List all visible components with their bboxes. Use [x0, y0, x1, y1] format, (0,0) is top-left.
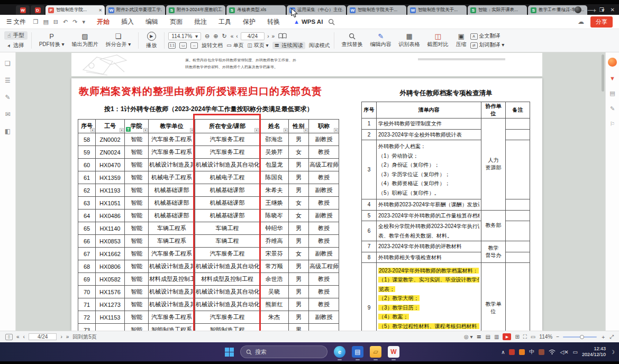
ribbon-tab-保护[interactable]: 保护	[243, 17, 256, 26]
share-button[interactable]: 分享	[590, 16, 613, 28]
rotate-icon[interactable]: ↻	[222, 33, 227, 40]
wifi-icon[interactable]	[549, 349, 556, 355]
zoom-minus-icon[interactable]: −	[556, 334, 559, 340]
read-mode-icon[interactable]	[278, 33, 287, 39]
column-header-姓名[interactable]: 姓名▾	[260, 120, 289, 133]
close-button[interactable]: ✕	[611, 7, 615, 13]
tab-close-icon[interactable]: ✕	[98, 8, 102, 13]
double-page-button[interactable]: ◫ 双页 ▾	[248, 42, 269, 49]
column-header-所在专业/课部[interactable]: 所在专业/课部▾	[195, 120, 260, 133]
single-page-button[interactable]: ▭ 单页	[226, 42, 243, 49]
continuous-read-button[interactable]: 〓 连续阅读	[272, 42, 305, 49]
tray-expand-icon[interactable]: ∧	[501, 349, 505, 355]
filter-dropdown-icon[interactable]: ▾	[90, 128, 95, 132]
left-rail-icon[interactable]: ✉	[5, 111, 10, 118]
redo-icon[interactable]: ↷	[72, 19, 77, 25]
right-rail-icon[interactable]: ⚐	[610, 121, 615, 128]
tray-app-icon-red[interactable]	[509, 349, 515, 355]
pinned-tab[interactable]: W	[16, 5, 30, 15]
page-thumbnail-icon[interactable]: ▯	[5, 334, 13, 340]
layout-icon[interactable]: ❒	[551, 7, 556, 13]
assistant-robot-icon[interactable]	[608, 58, 617, 67]
document-tab[interactable]: W智能制造学院关于...	[407, 5, 467, 15]
right-rail-icon[interactable]: ▼	[609, 75, 615, 81]
wps-office-icon[interactable]: W	[388, 346, 399, 358]
status-prev-page-icon[interactable]: ‹	[23, 334, 25, 340]
filter-dropdown-icon[interactable]: ▾	[143, 128, 148, 132]
play-button[interactable]: ▶播放	[142, 31, 160, 50]
user-avatar[interactable]	[575, 6, 581, 13]
status-next-page-icon[interactable]: ›	[60, 334, 62, 340]
filter-dropdown-icon[interactable]: ▾	[284, 128, 288, 132]
document-tab[interactable]: S考核表类型.xls	[226, 5, 286, 15]
filter-dropdown-icon[interactable]: ▾	[334, 128, 338, 132]
prev-page-icon[interactable]: ‹	[236, 33, 238, 39]
ribbon-tab-页面[interactable]: 页面	[170, 17, 183, 26]
select-tool-button[interactable]: ➤选择	[4, 41, 28, 50]
last-page-icon[interactable]: »	[271, 33, 275, 39]
undo-icon[interactable]: ↶	[63, 19, 68, 25]
ribbon-tab-开始[interactable]: 开始	[97, 17, 110, 26]
save-icon[interactable]: ▤	[43, 19, 48, 25]
hand-tool-button[interactable]: ☝手型	[4, 31, 28, 40]
actual-size-icon[interactable]: 1:1	[168, 42, 176, 49]
right-rail-icon[interactable]: ✎	[610, 105, 615, 112]
fit-screen-icon[interactable]: ⛶	[523, 334, 527, 340]
status-last-page-icon[interactable]: »	[66, 334, 69, 340]
customize-dropdown-icon[interactable]: ▾	[82, 19, 85, 25]
view-options-icon[interactable]: ◎ ▾	[464, 334, 473, 340]
zoom-out-icon[interactable]: ⊖	[205, 33, 210, 40]
ribbon-tab-转换[interactable]: 转换	[267, 17, 280, 26]
start-button[interactable]	[225, 348, 234, 357]
column-header-性别[interactable]: 性别▾	[289, 120, 309, 133]
print-icon[interactable]: ⊟	[53, 19, 58, 25]
status-page-indicator[interactable]: 4/24	[29, 333, 57, 340]
file-explorer-icon[interactable]: ▱	[370, 346, 381, 358]
cloud-upload-icon[interactable]: ☁	[578, 18, 584, 25]
tray-app-icon-orange[interactable]	[519, 349, 525, 355]
compress-button[interactable]: ▣压缩	[452, 31, 470, 50]
tray-app-icon-brown[interactable]	[539, 349, 544, 355]
rotate-doc-button[interactable]: 旋转文档	[202, 42, 223, 49]
autoplay-icon[interactable]: ▶	[503, 333, 511, 340]
back-to-page-button[interactable]: 回到第5页	[72, 333, 97, 341]
left-rail-icon[interactable]: ✎	[5, 94, 10, 101]
document-tab[interactable]: S智能：实际开课表...	[468, 5, 527, 15]
left-rail-icon[interactable]: ☰	[5, 77, 11, 84]
split-merge-button[interactable]: ❏拆分合并 ▾	[102, 31, 135, 50]
first-page-icon[interactable]: «	[231, 33, 234, 39]
document-tab[interactable]: W附件2-武汉华夏理工学...	[106, 5, 165, 15]
zoom-level-select[interactable]: 114.17%▾	[168, 32, 201, 40]
column-header-职称[interactable]: 职称▾	[309, 120, 339, 133]
double-page-view-icon[interactable]: ▥	[494, 334, 499, 340]
ribbon-tab-编辑[interactable]: 编辑	[145, 17, 158, 26]
minimize-button[interactable]: —	[588, 7, 593, 13]
pinned-tab[interactable]: D	[31, 5, 44, 15]
file-menu[interactable]: ☰ 文件	[6, 18, 26, 26]
taskbar-search-box[interactable]: 搜索	[240, 345, 327, 358]
night-mode-icon[interactable]: ☽	[610, 349, 615, 355]
fit-width-icon[interactable]: ↔	[190, 42, 198, 49]
ribbon-tab-批注[interactable]: 批注	[194, 17, 207, 26]
ime-indicator[interactable]: 中	[529, 348, 534, 356]
right-rail-icon[interactable]: ▤	[609, 90, 615, 97]
app-icon-blue[interactable]: ▤	[352, 346, 363, 358]
document-tab[interactable]: W智能制造学院关于...	[347, 5, 406, 15]
edit-content-button[interactable]: ✎编辑内容	[367, 31, 395, 50]
skin-icon[interactable]: ◯	[562, 7, 568, 13]
left-rail-icon[interactable]: ◧	[5, 128, 11, 135]
status-zoom-percent[interactable]: 114%	[539, 334, 552, 340]
zoom-slider-knob[interactable]	[580, 335, 584, 339]
filter-dropdown-icon[interactable]: ▾	[120, 128, 124, 132]
fit-width-status-icon[interactable]: ▭	[531, 334, 535, 340]
filter-dropdown-icon[interactable]: ▾	[254, 128, 259, 132]
zoom-plus-icon[interactable]: ＋	[600, 333, 606, 341]
filter-dropdown-icon[interactable]: ▾	[190, 128, 194, 132]
read-mode-button[interactable]: 阅读模式	[309, 42, 330, 49]
cast-icon[interactable]: ▭	[573, 349, 578, 355]
single-page-view-icon[interactable]: ▤	[486, 334, 490, 340]
translate-full-button[interactable]: A 全文翻译	[470, 32, 505, 40]
left-rail-icon[interactable]: ❏	[5, 60, 11, 67]
next-page-icon[interactable]: ›	[267, 33, 269, 39]
ribbon-tab-插入[interactable]: 插入	[121, 17, 134, 26]
